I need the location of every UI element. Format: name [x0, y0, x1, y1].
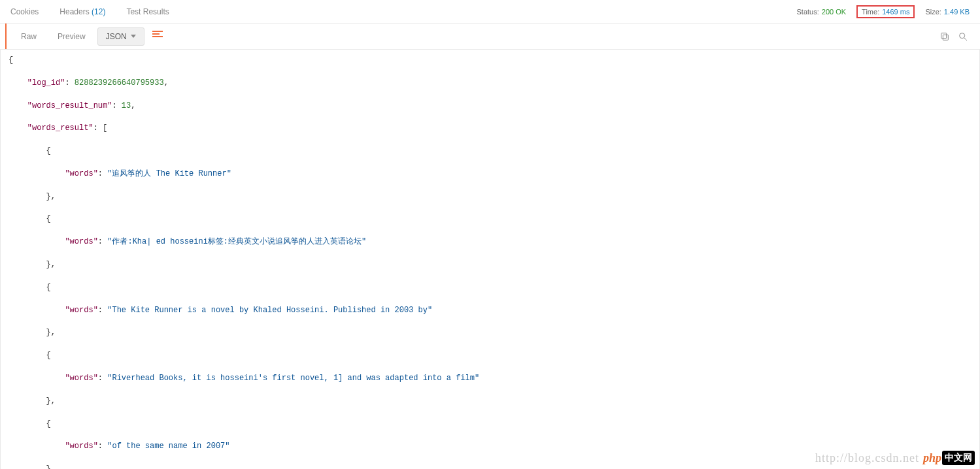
response-time-highlighted: Time: 1469 ms — [856, 5, 915, 18]
status-bar: Status: 200 OK Time: 1469 ms Size: 1.49 … — [797, 7, 970, 17]
toolbar-right — [938, 30, 975, 43]
view-preview-button[interactable]: Preview — [48, 28, 95, 45]
view-raw-button[interactable]: Raw — [12, 28, 46, 45]
wrap-lines-icon — [152, 31, 163, 40]
tab-headers[interactable]: Headers (12) — [49, 1, 116, 23]
tab-test-results[interactable]: Test Results — [116, 1, 179, 23]
response-size: Size: 1.49 KB — [925, 8, 970, 16]
copy-icon — [939, 31, 950, 42]
wrap-lines-button[interactable] — [147, 27, 168, 46]
tab-cookies[interactable]: Cookies — [0, 1, 49, 23]
format-dropdown[interactable]: JSON — [97, 27, 144, 46]
svg-point-2 — [960, 33, 965, 38]
time-value: 1469 ms — [882, 8, 909, 16]
json-response-body[interactable]: { "log_id": 8288239266640795933, "words_… — [0, 50, 980, 469]
tabs-container: Cookies Headers (12) Test Results — [0, 1, 180, 23]
tab-headers-label: Headers — [59, 7, 89, 16]
chevron-down-icon — [131, 35, 136, 38]
time-label: Time: — [862, 8, 879, 16]
search-button[interactable] — [956, 30, 970, 43]
response-toolbar: Raw Preview JSON — [0, 24, 980, 50]
format-dropdown-label: JSON — [106, 32, 127, 41]
copy-button[interactable] — [938, 30, 951, 43]
status-label: Status: — [797, 8, 819, 16]
response-tabs-bar: Cookies Headers (12) Test Results Status… — [0, 0, 980, 24]
status-code: Status: 200 OK — [797, 8, 847, 16]
size-label: Size: — [925, 8, 941, 16]
size-value: 1.49 KB — [944, 8, 970, 16]
toolbar-accent-edge — [5, 24, 7, 49]
svg-rect-0 — [943, 35, 948, 40]
status-value: 200 OK — [822, 8, 846, 16]
tab-headers-count: (12) — [92, 7, 105, 16]
svg-rect-1 — [941, 33, 947, 38]
search-icon — [958, 31, 968, 42]
svg-line-3 — [964, 38, 967, 40]
